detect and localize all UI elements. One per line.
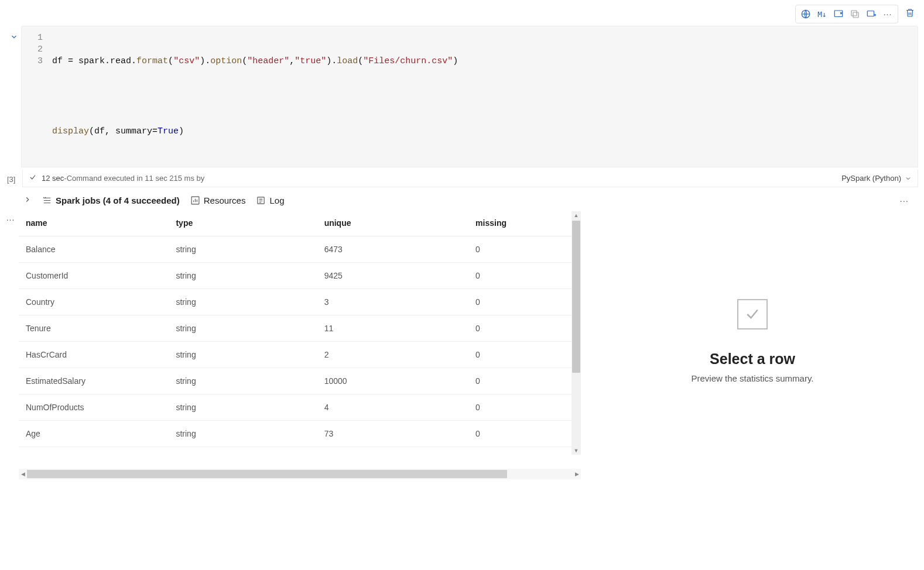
cell-missing: 0 [470,263,581,289]
cell-unique: 73 [319,421,470,447]
preview-subtitle: Preview the statistics summary. [692,373,814,383]
list-icon [42,195,52,205]
cell-header-area: M↓ ··· [0,0,924,23]
table-row[interactable]: EstimatedSalarystring100000 [19,368,581,394]
table-row[interactable]: Countrystring30 [19,289,581,315]
cell-missing: 0 [470,394,581,421]
table-row[interactable]: Agestring730 [19,421,581,447]
preview-panel: Select a row Preview the statistics summ… [581,211,924,383]
cell-unique: 3 [319,289,470,315]
line-number: 3 [22,56,43,67]
add-cell-icon[interactable] [865,8,878,20]
convert-to-markdown-button[interactable]: M↓ [816,8,829,20]
scroll-up-arrow-icon[interactable]: ▲ [571,211,581,219]
col-header-missing[interactable]: missing [470,211,581,236]
cell-unique: 4 [319,394,470,421]
line-number: 1 [22,32,43,44]
more-actions-icon[interactable]: ··· [881,8,894,20]
chevron-down-icon [905,175,912,182]
line-number: 2 [22,44,43,56]
log-tab[interactable]: Log [256,195,284,205]
scroll-left-arrow-icon[interactable]: ◀ [19,471,27,477]
summary-header-row: name type unique missing [19,211,581,236]
language-selector[interactable]: PySpark (Python) [841,174,912,183]
cell-unique: 9425 [319,263,470,289]
cell-name: HasCrCard [19,342,170,368]
summary-table-scroll[interactable]: name type unique missing Balancestring64… [19,211,581,469]
code-editor[interactable]: 1 2 3 df = spark.read.format("csv").opti… [21,26,918,167]
cell-unique: 11 [319,315,470,342]
code-cell: 1 2 3 df = spark.read.format("csv").opti… [0,26,924,167]
log-icon [256,195,266,205]
cell-unique: 10000 [319,368,470,394]
language-label: PySpark (Python) [841,174,901,183]
cell-toolbar: M↓ ··· [795,5,898,23]
spark-jobs-tab[interactable]: Spark jobs (4 of 4 succeeded) [42,195,180,205]
table-row[interactable]: Tenurestring110 [19,315,581,342]
scroll-right-arrow-icon[interactable]: ▶ [573,471,581,477]
markdown-label: M↓ [817,10,827,19]
spark-jobs-label: Spark jobs (4 of 4 succeeded) [56,195,180,205]
output-body: ··· name type unique missing Balancestri… [0,211,924,479]
code-text: df = spark.read.format("csv").option("he… [52,32,918,161]
cell-missing: 0 [470,368,581,394]
vertical-scroll-thumb[interactable] [572,221,580,373]
cell-name: EstimatedSalary [19,368,170,394]
cell-type: string [170,315,318,342]
preview-title: Select a row [710,351,795,368]
resources-tab[interactable]: Resources [190,195,246,205]
cell-missing: 0 [470,421,581,447]
status-bar: 12 sec - Command executed in 11 sec 215 … [22,170,918,187]
execution-count: [3] [7,174,22,184]
horizontal-scrollbar[interactable]: ◀ ▶ [19,469,581,479]
cell-type: string [170,421,318,447]
delete-cell-icon[interactable] [902,5,918,21]
svg-rect-4 [867,11,874,16]
cell-name: Country [19,289,170,315]
clear-output-icon[interactable] [832,8,845,20]
vertical-scrollbar[interactable]: ▲ ▼ [571,211,581,455]
resources-label: Resources [204,195,246,205]
cell-missing: 0 [470,342,581,368]
output-header: Spark jobs (4 of 4 succeeded) Resources … [0,187,924,211]
cell-type: string [170,342,318,368]
preview-check-icon [737,299,768,329]
cell-missing: 0 [470,236,581,263]
cell-type: string [170,263,318,289]
cell-unique: 2 [319,342,470,368]
table-row[interactable]: Balancestring64730 [19,236,581,263]
output-options-icon[interactable]: ··· [2,211,19,224]
cell-type: string [170,394,318,421]
cell-type: string [170,236,318,263]
log-label: Log [269,195,284,205]
execution-status-row: [3] 12 sec - Command executed in 11 sec … [0,170,924,187]
col-header-name[interactable]: name [19,211,170,236]
cell-missing: 0 [470,289,581,315]
cell-name: Tenure [19,315,170,342]
col-header-unique[interactable]: unique [319,211,470,236]
table-row[interactable]: NumOfProductsstring40 [19,394,581,421]
col-header-type[interactable]: type [170,211,318,236]
output-more-icon[interactable]: ··· [899,195,909,205]
cell-type: string [170,368,318,394]
generate-code-icon[interactable] [799,8,812,20]
cell-name: Age [19,421,170,447]
copy-cell-icon[interactable] [848,8,861,20]
barchart-icon [190,195,200,205]
table-row[interactable]: CustomerIdstring94250 [19,263,581,289]
exec-duration: 12 sec [42,174,64,183]
cell-type: string [170,289,318,315]
cell-missing: 0 [470,315,581,342]
table-row[interactable]: HasCrCardstring20 [19,342,581,368]
cell-name: CustomerId [19,263,170,289]
svg-rect-3 [851,11,857,16]
summary-table: name type unique missing Balancestring64… [19,211,581,447]
exec-message: Command executed in 11 sec 215 ms by [67,174,205,183]
expand-output-icon[interactable] [23,195,32,205]
cell-unique: 6473 [319,236,470,263]
scroll-down-arrow-icon[interactable]: ▼ [571,447,581,455]
horizontal-scroll-thumb[interactable] [27,470,507,478]
collapse-cell-icon[interactable] [7,26,21,41]
cell-name: Balance [19,236,170,263]
summary-table-wrap: name type unique missing Balancestring64… [19,211,581,479]
